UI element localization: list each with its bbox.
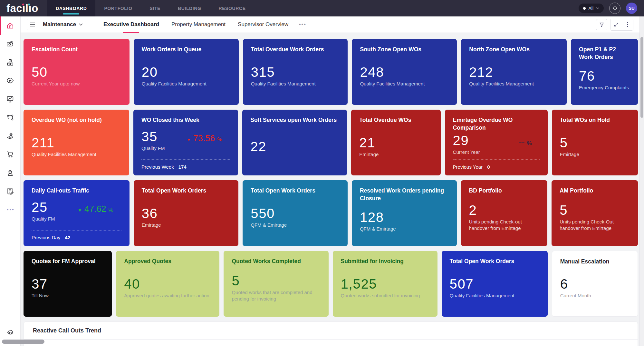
kpi-footer-value: 174 (178, 164, 187, 170)
kpi-value: 212 (469, 65, 493, 79)
kpi-card[interactable]: AM Portfolio5Units pending Check-Out han… (552, 180, 638, 246)
vertical-scrollbar-thumb[interactable] (640, 37, 643, 118)
dashboard-group-selector[interactable]: Maintenance (43, 21, 76, 28)
logo-wrap: facılıo (0, 0, 43, 16)
kpi-value: 50 (32, 65, 48, 79)
kpi-subtitle: Quality Facilities Management (360, 81, 449, 87)
nav-tab-dashboard[interactable]: DASHBOARD (47, 0, 95, 16)
notifications-button[interactable] (609, 3, 620, 14)
chevron-down-icon[interactable] (79, 23, 83, 26)
kpi-card[interactable]: Total Overdue Work Orders315Quality Faci… (243, 39, 348, 105)
region-selector[interactable]: All (579, 4, 604, 13)
sidebar-item-more[interactable] (0, 200, 21, 219)
kpi-card[interactable]: Resolved Work Orders pending Closure128Q… (352, 180, 457, 246)
kpi-card-title: Resolved Work Orders pending Closure (360, 187, 449, 202)
sidebar-item-notes[interactable] (0, 182, 21, 200)
tabs-overflow-button[interactable]: ••• (294, 22, 311, 27)
kpi-trend: --% (519, 137, 532, 147)
vertical-scrollbar[interactable] (639, 16, 644, 346)
kpi-card-body: 2Units pending Check-out handover from E… (469, 203, 540, 232)
sidebar-item-procurement[interactable] (0, 145, 21, 163)
kpi-card[interactable]: Overdue WO (not on hold)211Quality Facil… (24, 110, 129, 175)
region-label: All (588, 6, 593, 11)
kpi-value: 25 (32, 200, 48, 214)
tab-supervisor-overview[interactable]: Supervisor Overview (232, 16, 294, 33)
dashboard-list-button[interactable] (27, 19, 38, 30)
tab-executive-dashboard[interactable]: Executive Dashboard (97, 16, 165, 33)
kpi-card[interactable]: North Zone Open WOs212Quality Facilities… (461, 39, 567, 105)
horizontal-scrollbar-thumb[interactable] (2, 340, 44, 344)
kpi-card[interactable]: Work Orders in Queue20Quality Facilities… (134, 39, 239, 105)
dashboard-tabs: Executive Dashboard Property Management … (97, 16, 311, 33)
kpi-card[interactable]: BD Portfolio2Units pending Check-out han… (461, 180, 548, 246)
nav-tab-resource[interactable]: RESOURCE (210, 0, 254, 16)
sidebar-item-assets[interactable] (0, 35, 21, 53)
left-sidebar (0, 16, 21, 346)
kpi-card-body: 20Quality Facilities Management (142, 65, 231, 87)
sidebar-item-workflow[interactable] (0, 108, 21, 127)
more-options-button[interactable] (622, 19, 633, 30)
kpi-card-body: 50Current Year upto now (32, 65, 121, 87)
kpi-card-body: 29--%Current Year (453, 133, 540, 155)
nav-tab-portfolio[interactable]: PORTFOLIO (95, 0, 141, 16)
dashboard-monitor-icon (6, 95, 14, 103)
kpi-card[interactable]: Emirtage Overdue WO Comparison29--%Curre… (445, 110, 548, 175)
kpi-card[interactable]: Total Open Work Orders550QFM & Emirtage (243, 180, 348, 246)
kpi-value: 248 (360, 65, 384, 79)
sidebar-item-workforce[interactable] (0, 163, 21, 182)
kpi-card[interactable]: Total Open Work Orders36Emirtage (134, 180, 239, 246)
kpi-card-body: 21Emirtage (359, 136, 432, 158)
toolbar-button-group (610, 19, 633, 31)
kpi-subtitle: Quality Facilities Management (251, 81, 340, 87)
kpi-card-body: 5Quoted works that are completed and pen… (232, 274, 320, 302)
reactive-callouts-panel: Reactive Call Outs Trend (24, 321, 638, 346)
facilio-logo[interactable]: facılıo (6, 3, 38, 14)
kpi-subtitle: QFM & Emirtage (251, 222, 340, 228)
nav-tab-site[interactable]: SITE (141, 0, 169, 16)
kpi-card[interactable]: Escalation Count50Current Year upto now (24, 39, 130, 105)
kpi-card[interactable]: Total Open Work Orders507Quality Facilit… (442, 251, 548, 317)
kpi-trend-value: 73.56 (193, 133, 215, 143)
kpi-card[interactable]: Total Overdue WOs21Emirtage (351, 110, 440, 175)
kpi-card-body: 36Emirtage (142, 206, 231, 228)
kpi-card[interactable]: Soft Services open Work Orders22 (242, 110, 347, 175)
top-nav: facılıo DASHBOARD PORTFOLIO SITE BUILDIN… (0, 0, 644, 16)
kpi-trend-unit: % (108, 207, 113, 213)
document-edit-icon (6, 187, 14, 195)
filter-button[interactable] (596, 19, 607, 30)
sidebar-item-maintenance[interactable] (0, 72, 21, 90)
kpi-value: 6 (560, 277, 568, 291)
expand-button[interactable] (610, 19, 622, 30)
kpi-card-title: Quotes for FM Approval (32, 258, 104, 265)
inventory-boxes-icon (6, 58, 14, 66)
kpi-card[interactable]: Total WOs on Hold5Emirtage (552, 110, 638, 175)
kpi-value: 20 (142, 65, 158, 79)
user-avatar[interactable]: SU (626, 3, 637, 14)
kpi-card-title: Daily Call-outs Traffic (32, 187, 121, 195)
nav-tab-building[interactable]: BUILDING (169, 0, 210, 16)
kpi-card[interactable]: Quoted Works Completed5Quoted works that… (224, 251, 328, 317)
trend-down-icon: ▼ (187, 137, 191, 142)
kpi-card[interactable]: WO Closed this Week35▼73.56%Quality FMPr… (133, 110, 238, 175)
sidebar-item-home[interactable] (0, 16, 21, 35)
kpi-card-title: BD Portfolio (469, 187, 540, 195)
dashboard-toolbar: Maintenance Executive Dashboard Property… (21, 16, 644, 33)
kpi-card[interactable]: Manual Escalation6Current Month (552, 251, 638, 317)
kpi-card[interactable]: South Zone Open WOs248Quality Facilities… (352, 39, 457, 105)
kpi-card[interactable]: Approved Quotes40Approved quotes awaitin… (116, 251, 219, 317)
tab-property-management[interactable]: Property Management (165, 16, 232, 33)
kpi-card[interactable]: Quotes for FM Approval37Till Now (24, 251, 112, 317)
expand-icon (614, 22, 619, 27)
kebab-menu-icon (627, 22, 628, 27)
kpi-card[interactable]: Open P1 & P2 Work Orders76Emergency Comp… (571, 39, 638, 105)
kpi-card-body: 315Quality Facilities Management (251, 65, 340, 87)
kpi-subtitle: Current Year upto now (32, 81, 121, 87)
trend-down-icon: ▼ (78, 208, 82, 213)
kpi-card[interactable]: Submitted for Invoicing1,525Quoted works… (333, 251, 437, 317)
sidebar-item-inventory[interactable] (0, 53, 21, 72)
kpi-card[interactable]: Daily Call-outs Traffic25▼47.62%Quality … (24, 180, 130, 246)
sidebar-item-dashboards[interactable] (0, 90, 21, 108)
sidebar-item-services[interactable] (0, 127, 21, 145)
kpi-card-body: 6Current Month (560, 277, 630, 299)
kpi-subtitle: Approved quotes awaiting further action (124, 292, 211, 299)
